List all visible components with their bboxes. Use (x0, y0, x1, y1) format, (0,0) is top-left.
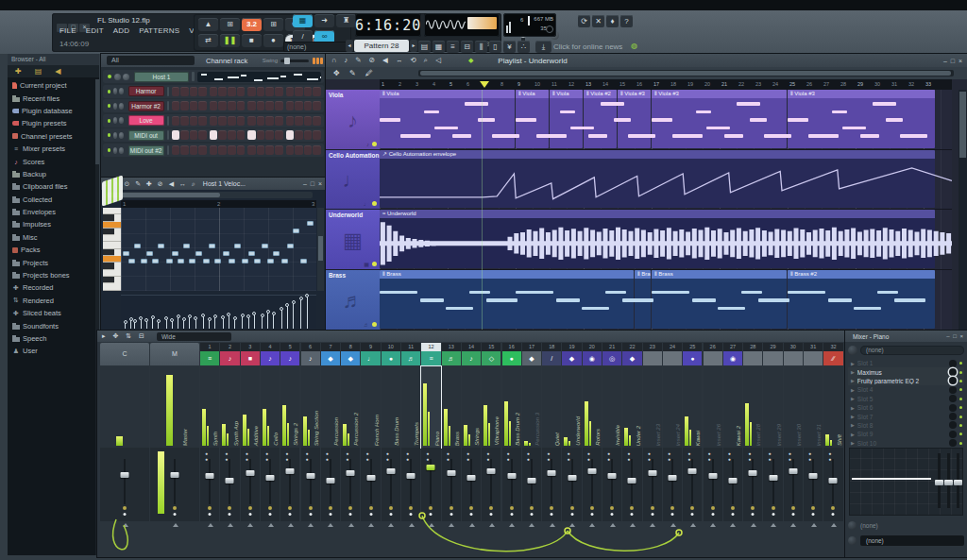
strip-color-tab[interactable]: ♬ (442, 351, 461, 365)
metronome-icon[interactable]: ▲ (198, 18, 218, 31)
strip-arrow[interactable] (751, 523, 756, 527)
arm-dot[interactable] (450, 506, 453, 510)
step-9[interactable] (247, 145, 256, 155)
browser-item-mixer-presets[interactable]: ≡Mixer presets (8, 143, 95, 155)
record-button[interactable]: ● (263, 34, 283, 47)
velocity-stem[interactable] (223, 318, 224, 329)
arm-dot[interactable] (630, 506, 634, 510)
clip-viola-3[interactable]: ⦀ Viola #3 (788, 90, 935, 148)
strip-arrow[interactable] (247, 523, 253, 527)
slot-enable-led[interactable] (959, 388, 962, 391)
step-grid[interactable] (172, 130, 325, 140)
arm-dot[interactable] (369, 506, 373, 510)
mixer-strip-14[interactable]: 14♪Strings● ● (462, 342, 482, 557)
output-knob[interactable] (848, 536, 857, 545)
browser-item-soundfonts[interactable]: Soundfonts (8, 319, 95, 331)
fader-track[interactable] (490, 459, 492, 504)
fader-handle[interactable] (809, 473, 818, 479)
slot-mix-knob[interactable] (949, 377, 957, 384)
browser-item-envelopes[interactable]: Envelopes (8, 206, 95, 218)
route-dot[interactable] (248, 513, 251, 516)
channel-row-love-ph-uency[interactable]: Love Ph..uency (103, 114, 324, 127)
strip-color-tab[interactable]: ≡ (200, 351, 219, 365)
slot-mix-knob[interactable] (949, 386, 957, 394)
strip-arrow[interactable] (268, 523, 274, 527)
velocity-stem[interactable] (141, 319, 142, 329)
output-slot-label[interactable]: (none) (860, 535, 964, 546)
velocity-stem[interactable] (125, 323, 126, 329)
playlist-hscroll[interactable] (418, 70, 954, 76)
mixer-strip-22[interactable]: 22◆Under 2● ● (622, 342, 642, 557)
mixer-strip-17[interactable]: 17◆Percussion 3● ● (522, 342, 542, 557)
doc-toggle[interactable]: ▯ (489, 41, 501, 53)
velocity-pane[interactable] (121, 295, 316, 329)
step-14[interactable] (295, 145, 303, 155)
strip-arrow[interactable] (208, 523, 213, 527)
track-header-brass[interactable]: Brass♬♬ (326, 270, 380, 331)
mixer-strip-18[interactable]: 18/Quiet● ● (542, 342, 562, 557)
slot-enable-led[interactable] (959, 398, 962, 400)
channel-volume-knob[interactable] (119, 132, 124, 139)
step-14[interactable] (295, 116, 303, 126)
fader-handle[interactable] (587, 468, 596, 474)
midi-note[interactable] (166, 259, 173, 263)
fader-track[interactable] (470, 459, 472, 504)
plugin-slot-6[interactable]: ▶Slot 6 (848, 403, 964, 412)
velocity-stem[interactable] (300, 299, 301, 329)
step-3[interactable] (190, 87, 198, 96)
piano-roll-keys[interactable] (103, 208, 121, 291)
piano-roll-hscroll[interactable] (105, 192, 313, 198)
browser-item-misc[interactable]: Misc (8, 231, 95, 244)
strip-arrow[interactable] (228, 523, 233, 527)
route-dot[interactable] (731, 513, 734, 516)
fader-handle[interactable] (789, 468, 797, 474)
channel-mute-strip[interactable] (167, 145, 169, 155)
midi-note[interactable] (300, 259, 307, 263)
strip-color-tab[interactable]: ◆ (341, 351, 360, 365)
fader-track[interactable] (430, 459, 432, 504)
strip-color-tab[interactable]: ♪ (462, 351, 481, 365)
step-12[interactable] (275, 145, 283, 155)
strip-color-tab[interactable]: ● (382, 351, 400, 365)
hat-icon[interactable]: ♜ (336, 14, 356, 27)
step-6[interactable] (218, 116, 227, 126)
slot-enable-led[interactable] (959, 433, 962, 435)
browser-item-impulses[interactable]: Impulses (8, 218, 95, 230)
slot-mix-knob[interactable] (949, 421, 957, 429)
browser-item-backup[interactable]: Backup (8, 168, 95, 180)
fader-handle[interactable] (266, 475, 275, 481)
step-6[interactable] (218, 87, 227, 96)
channel-enable-led[interactable] (108, 75, 111, 78)
step-11[interactable] (265, 130, 274, 140)
fader-handle[interactable] (769, 475, 777, 481)
route-dot[interactable] (752, 513, 755, 516)
arm-dot[interactable] (309, 506, 313, 510)
fader-handle[interactable] (608, 473, 617, 479)
plugin-panel-header[interactable]: Mixer - Piano – □ × (845, 331, 967, 342)
midi-note[interactable] (214, 259, 221, 263)
piano-key[interactable] (103, 283, 121, 290)
arm-dot[interactable] (469, 506, 473, 510)
fader-handle[interactable] (728, 478, 737, 484)
route-dot[interactable] (631, 513, 634, 516)
mic-icon[interactable]: ♦ (606, 15, 619, 27)
browser-item-recorded[interactable]: ✚Recorded (8, 281, 95, 294)
channel-pan-knob[interactable] (113, 88, 118, 94)
fader-handle[interactable] (669, 475, 677, 481)
midi-note[interactable] (209, 244, 215, 248)
piano-roll-vscroll[interactable] (317, 208, 324, 291)
track-mute-dot[interactable] (372, 262, 377, 266)
velocity-stem[interactable] (267, 313, 268, 329)
route-dot[interactable] (349, 513, 352, 516)
mixer-strip-29[interactable]: 29Insert 29● ● (763, 342, 783, 557)
step-15[interactable] (304, 130, 313, 140)
strip-arrow[interactable] (469, 523, 475, 527)
arm-dot[interactable] (651, 506, 654, 510)
fader-handle[interactable] (648, 470, 656, 476)
midi-note[interactable] (234, 244, 241, 248)
channel-enable-led[interactable] (108, 148, 110, 152)
route-dot[interactable] (832, 513, 835, 516)
arm-dot[interactable] (590, 506, 594, 510)
strip-arrow[interactable] (288, 523, 294, 527)
fader-track[interactable] (249, 459, 251, 504)
